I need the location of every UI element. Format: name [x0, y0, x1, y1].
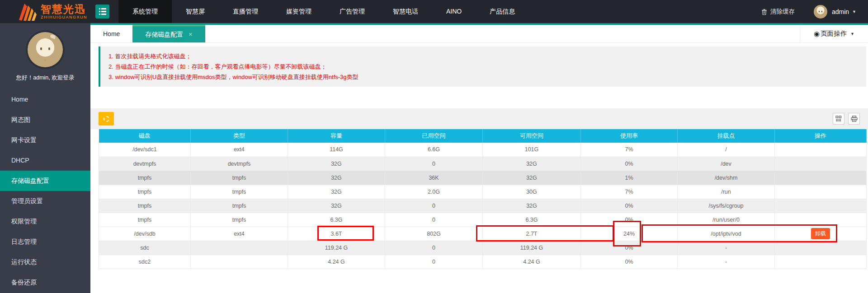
sidebar-item-权限管理[interactable]: 权限管理	[0, 211, 90, 232]
sidebar-toggle-button[interactable]	[95, 5, 109, 19]
cell-usage: 0%	[581, 213, 678, 227]
sidebar-item-运行状态[interactable]: 运行状态	[0, 252, 90, 272]
sidebar-item-DHCP[interactable]: DHCP	[0, 150, 90, 171]
notice-line: 1. 首次挂载请先格式化该磁盘；	[108, 51, 858, 61]
cell-used: 0	[385, 199, 483, 213]
cell-available: 6.3G	[483, 213, 581, 227]
disk-warning-notice: 1. 首次挂载请先格式化该磁盘；2. 当磁盘正在工作的时候（如：存回看，客户观看…	[99, 47, 866, 87]
cell-mount: /dev/shm	[678, 171, 775, 185]
cell-disk: devtmpfs	[99, 157, 191, 171]
table-row-tmpfs: tmpfstmpfs32G2.0G30G7%/run	[99, 185, 867, 199]
table-row-/dev/sdc1: /dev/sdc1ext4114G6.6G101G7%/	[99, 143, 867, 157]
cell-disk: sdc	[99, 241, 191, 255]
notice-line: 2. 当磁盘正在工作的时候（如：存回看，客户观看点播电影等）尽量不卸载该磁盘；	[108, 61, 858, 72]
tab-Home[interactable]: Home	[90, 25, 132, 42]
column-header-已用空间: 已用空间	[385, 129, 483, 143]
cell-type	[191, 241, 288, 255]
cell-type: tmpfs	[191, 199, 288, 213]
sidebar-avatar: ♥	[28, 32, 63, 67]
refresh-button[interactable]	[99, 112, 114, 126]
cell-available: 32G	[483, 171, 581, 185]
main-content: Home存储磁盘配置× ◉ 页面操作 ▼ 1. 首次挂载请先格式化该磁盘；2. …	[90, 23, 868, 293]
menu-toggle-icon	[99, 8, 106, 9]
column-header-磁盘: 磁盘	[99, 129, 191, 143]
tab-label: 存储磁盘配置	[145, 26, 183, 43]
chevron-down-icon: ▼	[850, 32, 854, 36]
nav-item-智慧屏[interactable]: 智慧屏	[172, 0, 219, 23]
clear-cache-label: 清除缓存	[770, 8, 795, 16]
table-row-sdc: sdc119.24 G0119.24 G0%-	[99, 241, 867, 255]
cell-disk: tmpfs	[99, 213, 191, 227]
nav-item-广告管理[interactable]: 广告管理	[326, 0, 379, 23]
column-header-类型: 类型	[191, 129, 288, 143]
cell-available: 101G	[483, 143, 581, 157]
cell-mount: /run	[678, 185, 775, 199]
cell-disk: tmpfs	[99, 171, 191, 185]
sidebar-item-网态图[interactable]: 网态图	[0, 110, 90, 130]
cell-disk: sdc2	[99, 255, 191, 269]
tab-bar: Home存储磁盘配置× ◉ 页面操作 ▼	[90, 25, 868, 43]
sidebar-item-网卡设置[interactable]: 网卡设置	[0, 130, 90, 150]
cell-mount: /sys/fs/cgroup	[678, 199, 775, 213]
sidebar: ♥ 您好！admin, 欢迎登录 Home网态图网卡设置DHCP存储磁盘配置管理…	[0, 23, 90, 293]
sidebar-item-Home[interactable]: Home	[0, 89, 90, 110]
nav-item-直播管理[interactable]: 直播管理	[219, 0, 272, 23]
cell-usage: 7%	[581, 185, 678, 199]
cell-capacity: 6.3G	[288, 213, 385, 227]
cell-disk: tmpfs	[99, 199, 191, 213]
sidebar-item-日志管理[interactable]: 日志管理	[0, 232, 90, 252]
cell-capacity: 32G	[288, 171, 385, 185]
column-header-使用率: 使用率	[581, 129, 678, 143]
print-button[interactable]	[848, 113, 860, 125]
columns-filter-button[interactable]	[833, 113, 844, 125]
cell-action	[775, 143, 867, 157]
cell-used: 0	[385, 213, 483, 227]
cell-capacity: 32G	[288, 199, 385, 213]
nav-item-媒资管理[interactable]: 媒资管理	[272, 0, 326, 23]
table-row-tmpfs: tmpfstmpfs32G36K32G1%/dev/shm	[99, 171, 867, 185]
sidebar-item-存储磁盘配置[interactable]: 存储磁盘配置	[0, 171, 90, 191]
column-header-容量: 容量	[288, 129, 385, 143]
cell-capacity: 32G	[288, 157, 385, 171]
page-actions-button[interactable]: ◉ 页面操作 ▼	[800, 25, 868, 42]
topbar-right: 清除缓存 admin ▼	[761, 5, 856, 19]
cell-used: 0	[385, 241, 483, 255]
cell-mount: /run/user/0	[678, 213, 775, 227]
nav-item-产品信息[interactable]: 产品信息	[476, 0, 529, 23]
cell-usage: 1%	[581, 171, 678, 185]
cell-available: 119.24 G	[483, 241, 581, 255]
table-header-row: 磁盘类型容量已用空间可用空间使用率挂载点操作	[99, 129, 867, 143]
close-icon[interactable]: ×	[189, 26, 192, 43]
table-row-tmpfs: tmpfstmpfs32G032G0%/sys/fs/cgroup	[99, 199, 867, 213]
logo-title: 智慧光迅	[41, 4, 87, 14]
sidebar-item-管理员设置[interactable]: 管理员设置	[0, 191, 90, 211]
nav-item-AINO[interactable]: AINO	[432, 0, 476, 23]
user-menu[interactable]: admin ▼	[832, 8, 856, 15]
cell-action: 卸载	[775, 227, 867, 241]
app-logo: 智慧光迅 ZHIHUIGUANGXUN	[18, 3, 87, 21]
columns-icon	[835, 116, 842, 122]
cell-available: 32G	[483, 157, 581, 171]
printer-icon	[851, 116, 858, 122]
table-toolbar	[90, 108, 868, 129]
cell-action	[775, 171, 867, 185]
table-row-sdc2: sdc24.24 G04.24 G0%-	[99, 255, 867, 269]
user-name: admin	[832, 8, 849, 15]
sidebar-item-备份还原[interactable]: 备份还原	[0, 272, 90, 293]
cell-used: 2.0G	[385, 185, 483, 199]
user-avatar[interactable]	[814, 5, 827, 19]
cell-type: devtmpfs	[191, 157, 288, 171]
nav-item-系统管理[interactable]: 系统管理	[118, 0, 172, 23]
cell-disk: /dev/sdb	[99, 227, 191, 241]
unmount-button[interactable]: 卸载	[811, 228, 830, 239]
clear-cache-button[interactable]: 清除缓存	[761, 8, 795, 16]
cell-capacity: 4.24 G	[288, 255, 385, 269]
notice-line: 3. window可识别U盘直接挂载使用msdos类型，window可识别移动硬…	[108, 72, 858, 82]
cell-disk: /dev/sdc1	[99, 143, 191, 157]
tab-存储磁盘配置[interactable]: 存储磁盘配置×	[132, 25, 205, 42]
nav-item-智慧电话[interactable]: 智慧电话	[379, 0, 432, 23]
cell-usage: 0%	[581, 199, 678, 213]
sidebar-menu: Home网态图网卡设置DHCP存储磁盘配置管理员设置权限管理日志管理运行状态备份…	[0, 89, 90, 293]
cell-usage: 0%	[581, 241, 678, 255]
cell-type: tmpfs	[191, 185, 288, 199]
